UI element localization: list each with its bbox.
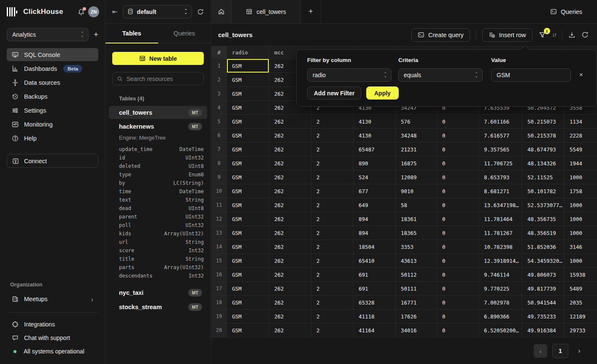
table-cell[interactable]: GSM (227, 198, 269, 212)
table-cell[interactable]: 262 (269, 156, 311, 170)
table-cell[interactable]: 1944 (565, 156, 597, 170)
table-cell[interactable]: GSM (227, 268, 269, 282)
table-cell[interactable]: 10.782398 (479, 240, 522, 254)
table-cell[interactable]: 52.11525 (522, 170, 565, 184)
table-list-item-stocks-stream[interactable]: stocks_stream MT (109, 300, 207, 313)
apply-filter-button[interactable]: Apply (366, 86, 399, 100)
table-cell[interactable]: 2 (311, 282, 354, 296)
table-cell[interactable]: 0 (437, 324, 479, 337)
table-cell[interactable]: GSM (227, 73, 269, 87)
table-cell[interactable]: 262 (269, 212, 311, 226)
sidebar-item-monitoring[interactable]: Monitoring (7, 118, 98, 131)
table-cell[interactable]: 34248 (396, 129, 437, 143)
table-cell[interactable]: 2 (311, 129, 354, 143)
table-cell[interactable]: 65328 (354, 296, 396, 310)
table-cell[interactable]: GSM (227, 156, 269, 170)
table-cell[interactable]: GSM (227, 282, 269, 296)
table-cell[interactable]: 15938 (565, 268, 597, 282)
sort-icon[interactable]: ↓↑ (552, 32, 556, 38)
table-cell[interactable]: 2 (311, 254, 354, 268)
table-cell[interactable]: 2 (311, 268, 354, 282)
tab-queries[interactable]: Queries (158, 24, 211, 43)
filter-column-select[interactable]: radio ⌃⌄ (307, 68, 392, 82)
table-cell[interactable]: GSM (227, 184, 269, 198)
table-cell[interactable]: 50112 (396, 268, 437, 282)
table-cell[interactable]: 48.356735 (522, 212, 565, 226)
table-cell[interactable]: GSM (227, 170, 269, 184)
table-cell[interactable]: GSM (227, 115, 269, 129)
table-cell[interactable]: 2 (311, 310, 354, 324)
table-cell[interactable]: 41164 (354, 324, 396, 337)
table-cell[interactable]: GSM (227, 296, 269, 310)
table-cell[interactable]: 1134 (565, 115, 597, 129)
table-cell[interactable]: 0 (437, 129, 479, 143)
column-header[interactable]: radio (227, 46, 269, 59)
table-cell[interactable]: GSM (227, 143, 269, 156)
table-cell[interactable]: 41118 (354, 310, 396, 324)
table-cell[interactable]: 7.002978 (479, 296, 522, 310)
table-cell[interactable]: 12189 (565, 310, 597, 324)
table-cell[interactable]: 262 (269, 170, 311, 184)
table-cell[interactable]: GSM (227, 310, 269, 324)
add-new-filter-button[interactable]: Add new Filter (307, 86, 361, 100)
next-page-button[interactable]: › (573, 347, 585, 355)
table-cell[interactable]: 50111 (396, 282, 437, 296)
table-cell[interactable]: 9.357565 (479, 143, 522, 156)
table-cell[interactable]: 65487 (354, 143, 396, 156)
table-cell[interactable]: 262 (269, 254, 311, 268)
table-cell[interactable]: 18361 (396, 212, 437, 226)
previous-page-button[interactable]: ‹ (534, 344, 547, 358)
table-cell[interactable]: 4130 (354, 115, 396, 129)
table-cell[interactable]: 894 (354, 212, 396, 226)
table-cell[interactable]: 1000 (565, 170, 597, 184)
tab-tables[interactable]: Tables (105, 24, 158, 43)
table-cell[interactable]: 0 (437, 170, 479, 184)
table-cell[interactable]: 262 (269, 282, 311, 296)
search-box[interactable] (112, 72, 204, 85)
table-cell[interactable]: GSM (227, 101, 269, 115)
table-cell[interactable]: 6.52050200… (479, 324, 522, 337)
table-cell[interactable]: 54.3459320… (522, 254, 565, 268)
sidebar-item-sql-console[interactable]: SQL Console (7, 48, 98, 61)
sidebar-item-help[interactable]: Help (7, 132, 98, 145)
table-cell[interactable]: 524 (354, 170, 396, 184)
table-cell[interactable]: 50.941544 (522, 296, 565, 310)
table-cell[interactable]: 262 (269, 240, 311, 254)
table-cell[interactable]: 8.653793 (479, 170, 522, 184)
table-cell[interactable]: 2 (311, 115, 354, 129)
table-cell[interactable]: 0 (437, 268, 479, 282)
table-cell[interactable]: 6.890366 (479, 310, 522, 324)
filter-icon[interactable]: 1 (538, 31, 546, 39)
table-cell[interactable]: GSM (227, 254, 269, 268)
table-cell[interactable]: 9010 (396, 184, 437, 198)
table-cell[interactable]: 2 (311, 212, 354, 226)
table-cell[interactable]: GSM (227, 87, 269, 101)
table-cell[interactable]: 34016 (396, 324, 437, 337)
create-query-button[interactable]: Create query (411, 28, 470, 42)
table-cell[interactable]: 2228 (565, 129, 597, 143)
table-cell[interactable]: 12.3918914… (479, 254, 522, 268)
table-cell[interactable]: 3353 (396, 240, 437, 254)
remove-filter-icon[interactable]: × (579, 71, 583, 78)
table-cell[interactable]: 262 (269, 296, 311, 310)
table-cell[interactable]: 5489 (565, 282, 597, 296)
table-cell[interactable]: 50.101782 (522, 184, 565, 198)
table-cell[interactable]: GSM (227, 59, 269, 73)
table-cell[interactable]: 576 (396, 115, 437, 129)
table-cell[interactable]: GSM (227, 129, 269, 143)
refresh-icon[interactable] (197, 8, 204, 15)
table-list-item-nyc-taxi[interactable]: nyc_taxi MT (109, 286, 207, 299)
table-cell[interactable]: 13.6347198… (479, 198, 522, 212)
table-cell[interactable]: 0 (437, 310, 479, 324)
table-list-item-cell-towers[interactable]: cell_towers MT (109, 106, 207, 119)
table-cell[interactable]: 1000 (565, 254, 597, 268)
sidebar-item-backups[interactable]: Backups (7, 90, 98, 103)
table-cell[interactable]: 12089 (396, 170, 437, 184)
table-cell[interactable]: 890 (354, 156, 396, 170)
sidebar-item-data-sources[interactable]: Data sources (7, 76, 98, 89)
table-cell[interactable]: 58 (396, 198, 437, 212)
table-cell[interactable]: 11.781267 (479, 226, 522, 240)
table-cell[interactable]: 0 (437, 282, 479, 296)
insert-row-button[interactable]: Insert row (482, 28, 532, 42)
filter-value-input[interactable] (492, 69, 570, 81)
